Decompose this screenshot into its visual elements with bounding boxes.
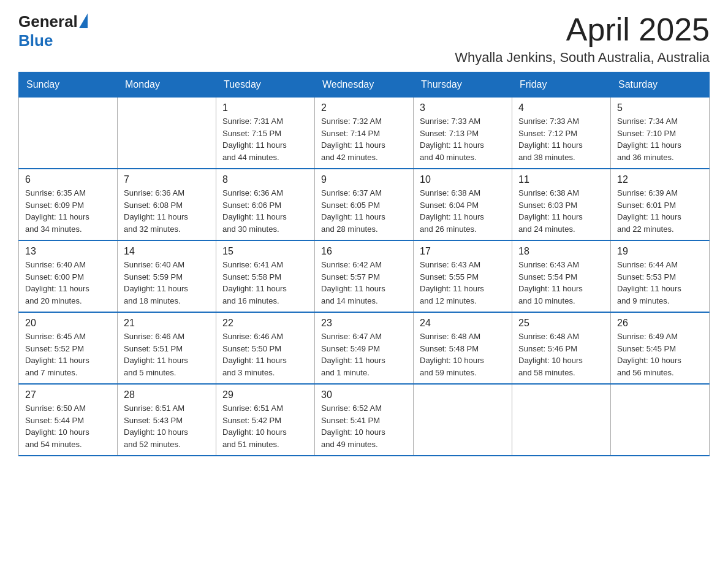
day-info: Sunrise: 6:42 AM Sunset: 5:57 PM Dayligh… [321, 259, 407, 307]
day-number: 20 [25, 318, 111, 329]
day-number: 12 [617, 174, 703, 185]
calendar-cell: 20Sunrise: 6:45 AM Sunset: 5:52 PM Dayli… [19, 312, 118, 384]
day-info: Sunrise: 6:41 AM Sunset: 5:58 PM Dayligh… [222, 259, 308, 307]
calendar-cell: 4Sunrise: 7:33 AM Sunset: 7:12 PM Daylig… [512, 97, 611, 169]
page-title: April 2025 [455, 12, 710, 47]
day-number: 2 [321, 102, 407, 113]
calendar-cell: 18Sunrise: 6:43 AM Sunset: 5:54 PM Dayli… [512, 240, 611, 312]
day-info: Sunrise: 6:51 AM Sunset: 5:43 PM Dayligh… [124, 402, 210, 450]
calendar-day-header: Sunday [19, 72, 118, 97]
calendar-cell: 29Sunrise: 6:51 AM Sunset: 5:42 PM Dayli… [216, 384, 315, 456]
day-info: Sunrise: 6:40 AM Sunset: 6:00 PM Dayligh… [25, 259, 111, 307]
calendar-header-row: SundayMondayTuesdayWednesdayThursdayFrid… [19, 72, 710, 97]
calendar-cell [512, 384, 611, 456]
calendar-day-header: Thursday [414, 72, 512, 97]
calendar-cell: 1Sunrise: 7:31 AM Sunset: 7:15 PM Daylig… [216, 97, 315, 169]
day-info: Sunrise: 7:33 AM Sunset: 7:12 PM Dayligh… [518, 115, 604, 163]
day-number: 13 [25, 246, 111, 257]
day-number: 18 [518, 246, 604, 257]
page-subtitle: Whyalla Jenkins, South Australia, Austra… [455, 50, 710, 66]
calendar-cell: 2Sunrise: 7:32 AM Sunset: 7:14 PM Daylig… [315, 97, 414, 169]
day-info: Sunrise: 6:38 AM Sunset: 6:03 PM Dayligh… [518, 187, 604, 235]
day-number: 17 [420, 246, 506, 257]
calendar-week-row: 1Sunrise: 7:31 AM Sunset: 7:15 PM Daylig… [19, 97, 710, 169]
calendar-cell [19, 97, 118, 169]
day-info: Sunrise: 6:52 AM Sunset: 5:41 PM Dayligh… [321, 402, 407, 450]
calendar-cell: 10Sunrise: 6:38 AM Sunset: 6:04 PM Dayli… [414, 169, 512, 240]
title-block: April 2025 Whyalla Jenkins, South Austra… [455, 12, 710, 66]
day-number: 8 [222, 174, 308, 185]
day-number: 15 [222, 246, 308, 257]
day-number: 28 [124, 389, 210, 400]
day-info: Sunrise: 7:34 AM Sunset: 7:10 PM Dayligh… [617, 115, 703, 163]
day-number: 4 [518, 102, 604, 113]
calendar-cell: 7Sunrise: 6:36 AM Sunset: 6:08 PM Daylig… [118, 169, 216, 240]
day-info: Sunrise: 7:32 AM Sunset: 7:14 PM Dayligh… [321, 115, 407, 163]
calendar-day-header: Wednesday [315, 72, 414, 97]
day-info: Sunrise: 6:36 AM Sunset: 6:08 PM Dayligh… [124, 187, 210, 235]
day-number: 5 [617, 102, 703, 113]
calendar-cell: 30Sunrise: 6:52 AM Sunset: 5:41 PM Dayli… [315, 384, 414, 456]
day-number: 14 [124, 246, 210, 257]
calendar-cell: 22Sunrise: 6:46 AM Sunset: 5:50 PM Dayli… [216, 312, 315, 384]
calendar-day-header: Friday [512, 72, 611, 97]
calendar-week-row: 20Sunrise: 6:45 AM Sunset: 5:52 PM Dayli… [19, 312, 710, 384]
day-number: 23 [321, 318, 407, 329]
calendar-week-row: 27Sunrise: 6:50 AM Sunset: 5:44 PM Dayli… [19, 384, 710, 456]
calendar-cell: 16Sunrise: 6:42 AM Sunset: 5:57 PM Dayli… [315, 240, 414, 312]
day-info: Sunrise: 7:33 AM Sunset: 7:13 PM Dayligh… [420, 115, 506, 163]
calendar-cell: 8Sunrise: 6:36 AM Sunset: 6:06 PM Daylig… [216, 169, 315, 240]
calendar-cell: 11Sunrise: 6:38 AM Sunset: 6:03 PM Dayli… [512, 169, 611, 240]
day-info: Sunrise: 6:44 AM Sunset: 5:53 PM Dayligh… [617, 259, 703, 307]
calendar-week-row: 13Sunrise: 6:40 AM Sunset: 6:00 PM Dayli… [19, 240, 710, 312]
day-info: Sunrise: 6:40 AM Sunset: 5:59 PM Dayligh… [124, 259, 210, 307]
calendar-cell: 27Sunrise: 6:50 AM Sunset: 5:44 PM Dayli… [19, 384, 118, 456]
logo-blue-text: Blue [18, 31, 53, 50]
calendar-cell: 14Sunrise: 6:40 AM Sunset: 5:59 PM Dayli… [118, 240, 216, 312]
calendar-day-header: Tuesday [216, 72, 315, 97]
day-number: 21 [124, 318, 210, 329]
day-info: Sunrise: 6:43 AM Sunset: 5:55 PM Dayligh… [420, 259, 506, 307]
calendar-cell: 25Sunrise: 6:48 AM Sunset: 5:46 PM Dayli… [512, 312, 611, 384]
day-info: Sunrise: 6:48 AM Sunset: 5:46 PM Dayligh… [518, 331, 604, 378]
calendar-cell: 15Sunrise: 6:41 AM Sunset: 5:58 PM Dayli… [216, 240, 315, 312]
day-info: Sunrise: 6:46 AM Sunset: 5:50 PM Dayligh… [222, 331, 308, 378]
day-info: Sunrise: 6:50 AM Sunset: 5:44 PM Dayligh… [25, 402, 111, 450]
day-number: 9 [321, 174, 407, 185]
day-info: Sunrise: 6:47 AM Sunset: 5:49 PM Dayligh… [321, 331, 407, 378]
day-number: 19 [617, 246, 703, 257]
day-number: 6 [25, 174, 111, 185]
calendar-cell: 26Sunrise: 6:49 AM Sunset: 5:45 PM Dayli… [611, 312, 710, 384]
day-info: Sunrise: 6:48 AM Sunset: 5:48 PM Dayligh… [420, 331, 506, 378]
calendar-day-header: Saturday [611, 72, 710, 97]
calendar-cell: 17Sunrise: 6:43 AM Sunset: 5:55 PM Dayli… [414, 240, 512, 312]
calendar-table: SundayMondayTuesdayWednesdayThursdayFrid… [18, 72, 710, 456]
calendar-cell: 13Sunrise: 6:40 AM Sunset: 6:00 PM Dayli… [19, 240, 118, 312]
calendar-cell: 28Sunrise: 6:51 AM Sunset: 5:43 PM Dayli… [118, 384, 216, 456]
day-info: Sunrise: 6:43 AM Sunset: 5:54 PM Dayligh… [518, 259, 604, 307]
day-number: 3 [420, 102, 506, 113]
day-number: 16 [321, 246, 407, 257]
calendar-cell: 19Sunrise: 6:44 AM Sunset: 5:53 PM Dayli… [611, 240, 710, 312]
day-info: Sunrise: 6:49 AM Sunset: 5:45 PM Dayligh… [617, 331, 703, 378]
day-number: 29 [222, 389, 308, 400]
day-info: Sunrise: 6:46 AM Sunset: 5:51 PM Dayligh… [124, 331, 210, 378]
day-number: 25 [518, 318, 604, 329]
page-header: General Blue April 2025 Whyalla Jenkins,… [18, 12, 710, 66]
calendar-cell [611, 384, 710, 456]
day-number: 22 [222, 318, 308, 329]
calendar-cell: 5Sunrise: 7:34 AM Sunset: 7:10 PM Daylig… [611, 97, 710, 169]
calendar-cell: 23Sunrise: 6:47 AM Sunset: 5:49 PM Dayli… [315, 312, 414, 384]
day-number: 26 [617, 318, 703, 329]
calendar-cell: 3Sunrise: 7:33 AM Sunset: 7:13 PM Daylig… [414, 97, 512, 169]
day-info: Sunrise: 6:39 AM Sunset: 6:01 PM Dayligh… [617, 187, 703, 235]
logo-triangle-icon [79, 13, 88, 28]
calendar-cell: 6Sunrise: 6:35 AM Sunset: 6:09 PM Daylig… [19, 169, 118, 240]
day-number: 10 [420, 174, 506, 185]
day-info: Sunrise: 6:38 AM Sunset: 6:04 PM Dayligh… [420, 187, 506, 235]
calendar-cell [414, 384, 512, 456]
logo: General Blue [18, 12, 88, 50]
calendar-cell: 9Sunrise: 6:37 AM Sunset: 6:05 PM Daylig… [315, 169, 414, 240]
day-info: Sunrise: 6:37 AM Sunset: 6:05 PM Dayligh… [321, 187, 407, 235]
day-number: 27 [25, 389, 111, 400]
